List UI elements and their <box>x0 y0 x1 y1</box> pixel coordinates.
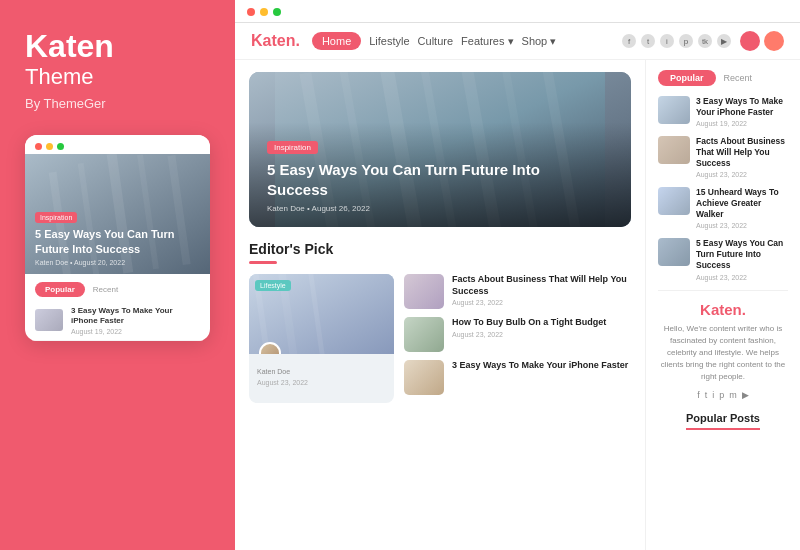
editor-author: Katen Doe <box>257 368 290 375</box>
hero-meta: Katen Doe • August 26, 2022 <box>267 204 613 213</box>
instagram-icon[interactable]: i <box>660 34 674 48</box>
editor-thumb-3 <box>404 360 444 395</box>
sidebar-post-info-4: 5 Easy Ways You Can Turn Future Into Suc… <box>696 238 788 280</box>
social-twitter[interactable]: t <box>705 390 708 400</box>
editor-card-body: Katen Doe August 23, 2022 <box>249 354 394 394</box>
tab-popular[interactable]: Popular <box>658 70 716 86</box>
editor-list-title-1: Facts About Business That Will Help You … <box>452 274 631 297</box>
editor-list-item-1[interactable]: Facts About Business That Will Help You … <box>404 274 631 309</box>
sidebar-date-4: August 23, 2022 <box>696 274 788 281</box>
nav-icons: f t i p tk ▶ <box>622 31 784 51</box>
social-instagram[interactable]: i <box>712 390 714 400</box>
nav-avatar-2 <box>764 31 784 51</box>
mobile-list-title: 3 Easy Ways To Make Your iPhone Faster <box>71 306 200 327</box>
about-text: Hello, We're content writer who is fasci… <box>658 323 788 383</box>
editor-list-date-1: August 23, 2022 <box>452 299 631 306</box>
mobile-hero-meta: Katen Doe • August 20, 2022 <box>35 259 200 266</box>
logo-dot: . <box>295 32 299 49</box>
mobile-hero-title: 5 Easy Ways You Can Turn Future Into Suc… <box>35 227 200 256</box>
facebook-icon[interactable]: f <box>622 34 636 48</box>
editor-list: Facts About Business That Will Help You … <box>404 274 631 403</box>
editor-card-image: Lifestyle <box>249 274 394 354</box>
editor-list-item-2[interactable]: How To Buy Bulb On a Tight Budget August… <box>404 317 631 352</box>
sidebar-post-1[interactable]: 3 Easy Ways To Make Your iPhone Faster A… <box>658 96 788 127</box>
tab-recent[interactable]: Recent <box>724 70 753 86</box>
mobile-tab-popular[interactable]: Popular <box>35 282 85 297</box>
yellow-dot-icon <box>46 143 53 150</box>
mobile-tab-recent[interactable]: Recent <box>93 282 118 297</box>
sidebar-post-2[interactable]: Facts About Business That Will Help You … <box>658 136 788 178</box>
editor-card-meta: Katen Doe <box>257 368 386 375</box>
right-sidebar: Popular Recent 3 Easy Ways To Make Your … <box>645 60 800 550</box>
mobile-top-bar <box>25 135 210 154</box>
mobile-thumb-img <box>35 309 63 331</box>
editor-list-info-3: 3 Easy Ways To Make Your iPhone Faster <box>452 360 631 374</box>
sidebar-title-3: 15 Unheard Ways To Achieve Greater Walke… <box>696 187 788 220</box>
nav-items: Home Lifestyle Culture Features ▾ Shop ▾ <box>312 32 610 50</box>
browser-yellow-dot <box>260 8 268 16</box>
sidebar-post-info-1: 3 Easy Ways To Make Your iPhone Faster A… <box>696 96 788 127</box>
browser-green-dot <box>273 8 281 16</box>
editor-card-tag: Lifestyle <box>255 280 291 291</box>
nav-item-home[interactable]: Home <box>312 32 361 50</box>
section-underline <box>249 261 277 264</box>
mobile-list-date: August 19, 2022 <box>71 328 200 335</box>
social-youtube[interactable]: ▶ <box>742 390 749 400</box>
editor-thumb-1 <box>404 274 444 309</box>
right-panel: Katen. Home Lifestyle Culture Features ▾… <box>235 0 800 550</box>
about-section: Katen. Hello, We're content writer who i… <box>658 290 788 438</box>
sidebar-post-4[interactable]: 5 Easy Ways You Can Turn Future Into Suc… <box>658 238 788 280</box>
editor-list-title-2: How To Buy Bulb On a Tight Budget <box>452 317 631 329</box>
mobile-list-info: 3 Easy Ways To Make Your iPhone Faster A… <box>71 306 200 335</box>
tiktok-icon[interactable]: tk <box>698 34 712 48</box>
browser-content: Katen. Home Lifestyle Culture Features ▾… <box>235 23 800 550</box>
editor-list-info-2: How To Buy Bulb On a Tight Budget August… <box>452 317 631 338</box>
nav-item-shop[interactable]: Shop ▾ <box>522 35 557 48</box>
editors-pick-label: Editor's Pick <box>249 241 631 257</box>
sidebar-post-3[interactable]: 15 Unheard Ways To Achieve Greater Walke… <box>658 187 788 229</box>
editor-card-date: August 23, 2022 <box>257 379 386 386</box>
youtube-icon[interactable]: ▶ <box>717 34 731 48</box>
sidebar-post-info-3: 15 Unheard Ways To Achieve Greater Walke… <box>696 187 788 229</box>
main-content: Inspiration 5 Easy Ways You Can Turn Fut… <box>235 60 800 550</box>
nav-item-lifestyle[interactable]: Lifestyle <box>369 35 409 47</box>
pinterest-icon[interactable]: p <box>679 34 693 48</box>
hero-title: 5 Easy Ways You Can Turn Future Into Suc… <box>267 160 567 199</box>
mobile-tabs: Popular Recent <box>25 274 210 301</box>
social-medium[interactable]: m <box>729 390 737 400</box>
brand-subtitle: Theme <box>25 64 210 90</box>
editors-grid: Lifestyle Katen Doe August 23, 2022 <box>249 274 631 403</box>
center-column: Inspiration 5 Easy Ways You Can Turn Fut… <box>235 60 645 550</box>
sidebar-post-info-2: Facts About Business That Will Help You … <box>696 136 788 178</box>
brand-by: By ThemeGer <box>25 96 210 111</box>
sidebar-date-3: August 23, 2022 <box>696 222 788 229</box>
nav-avatar-1 <box>740 31 760 51</box>
mobile-list-thumb <box>35 309 63 331</box>
twitter-icon[interactable]: t <box>641 34 655 48</box>
editor-list-title-3: 3 Easy Ways To Make Your iPhone Faster <box>452 360 631 372</box>
sidebar-title-2: Facts About Business That Will Help You … <box>696 136 788 169</box>
mobile-mockup: Inspiration 5 Easy Ways You Can Turn Fut… <box>25 135 210 341</box>
nav-item-features[interactable]: Features ▾ <box>461 35 513 48</box>
about-logo: Katen. <box>658 301 788 318</box>
social-facebook[interactable]: f <box>697 390 700 400</box>
editor-list-date-2: August 23, 2022 <box>452 331 631 338</box>
hero-article[interactable]: Inspiration 5 Easy Ways You Can Turn Fut… <box>249 72 631 227</box>
brand-section: Katen Theme By ThemeGer <box>25 30 210 111</box>
logo-text: Katen <box>251 32 295 49</box>
sidebar-title-4: 5 Easy Ways You Can Turn Future Into Suc… <box>696 238 788 271</box>
mobile-hero: Inspiration 5 Easy Ways You Can Turn Fut… <box>25 154 210 274</box>
social-pinterest[interactable]: p <box>719 390 724 400</box>
hero-overlay: Inspiration 5 Easy Ways You Can Turn Fut… <box>249 122 631 227</box>
popular-posts-label: Popular Posts <box>686 412 760 430</box>
mobile-hero-overlay: Inspiration 5 Easy Ways You Can Turn Fut… <box>25 198 210 274</box>
site-nav: Katen. Home Lifestyle Culture Features ▾… <box>235 23 800 60</box>
nav-item-culture[interactable]: Culture <box>418 35 453 47</box>
editor-list-info-1: Facts About Business That Will Help You … <box>452 274 631 306</box>
editor-card[interactable]: Lifestyle Katen Doe August 23, 2022 <box>249 274 394 403</box>
left-panel: Katen Theme By ThemeGer <box>0 0 235 550</box>
sidebar-date-2: August 23, 2022 <box>696 171 788 178</box>
sidebar-thumb-1 <box>658 96 690 124</box>
editor-list-item-3[interactable]: 3 Easy Ways To Make Your iPhone Faster <box>404 360 631 395</box>
mobile-list-item: 3 Easy Ways To Make Your iPhone Faster A… <box>25 301 210 341</box>
